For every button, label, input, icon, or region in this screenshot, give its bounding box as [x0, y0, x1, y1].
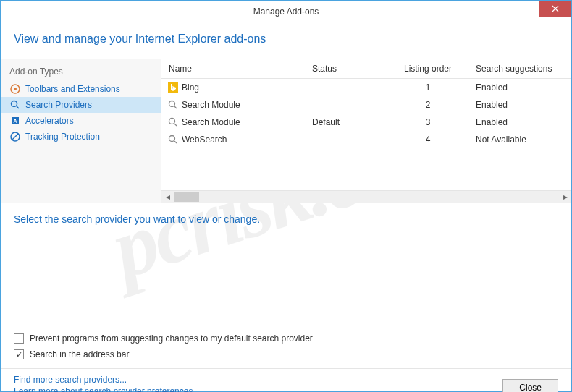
- table-row[interactable]: WebSearch4Not Available: [161, 131, 571, 148]
- svg-point-1: [14, 88, 17, 90]
- sidebar-item-label: Tracking Protection: [25, 132, 100, 142]
- svg-point-2: [12, 101, 17, 107]
- sidebar-item-label: Search Providers: [25, 100, 92, 110]
- svg-line-3: [17, 106, 19, 108]
- cell-status: [306, 86, 386, 89]
- titlebar: Manage Add-ons: [1, 1, 571, 22]
- table-row[interactable]: Search Module2Enabled: [161, 96, 571, 114]
- cell-name: WebSearch: [161, 132, 306, 147]
- details-pane: Select the search provider you want to v…: [1, 203, 571, 331]
- svg-line-9: [174, 106, 177, 108]
- sidebar-item-tracking-protection[interactable]: Tracking Protection: [1, 129, 161, 145]
- details-title: Select the search provider you want to v…: [14, 213, 558, 225]
- manage-addons-window: pcrisk.com Manage Add-ons View and manag…: [0, 0, 572, 392]
- search-generic-icon: [167, 99, 179, 111]
- col-header-suggest[interactable]: Search suggestions: [470, 62, 571, 75]
- window-close-button[interactable]: [539, 1, 571, 17]
- providers-table: Name Status Listing order Search suggest…: [161, 59, 571, 203]
- col-header-order[interactable]: Listing order: [386, 62, 470, 75]
- cell-suggest: Enabled: [470, 116, 571, 129]
- sidebar-item-label: Accelerators: [25, 116, 74, 126]
- main-area: Add-on Types Toolbars and ExtensionsSear…: [1, 59, 571, 203]
- col-header-status[interactable]: Status: [306, 62, 386, 75]
- search-addressbar-checkbox[interactable]: [14, 349, 24, 359]
- svg-line-11: [174, 124, 177, 126]
- accelerator-icon: [9, 115, 21, 127]
- table-body: Bing1EnabledSearch Module2EnabledSearch …: [161, 79, 571, 190]
- close-icon: [552, 5, 559, 12]
- footer: Find more search providers... Learn more…: [1, 368, 571, 392]
- svg-point-10: [169, 119, 175, 124]
- toolbar-icon: [9, 83, 21, 95]
- find-more-link[interactable]: Find more search providers...: [14, 375, 193, 385]
- prevent-changes-label: Prevent programs from suggesting changes…: [30, 333, 313, 344]
- prevent-changes-row: Prevent programs from suggesting changes…: [14, 331, 558, 346]
- cell-name: Search Module: [161, 115, 306, 129]
- cell-order: 2: [386, 98, 470, 111]
- scroll-thumb[interactable]: [174, 192, 199, 202]
- cell-name: Bing: [161, 80, 306, 95]
- cell-order: 3: [386, 116, 470, 129]
- table-header: Name Status Listing order Search suggest…: [161, 59, 571, 79]
- sidebar: Add-on Types Toolbars and ExtensionsSear…: [1, 59, 161, 203]
- cell-order: 1: [386, 81, 470, 94]
- prevent-changes-checkbox[interactable]: [14, 333, 24, 344]
- close-button[interactable]: Close: [502, 379, 558, 392]
- svg-point-12: [169, 136, 175, 142]
- window-title: Manage Add-ons: [253, 7, 319, 17]
- sidebar-heading: Add-on Types: [1, 65, 161, 81]
- scroll-left-icon[interactable]: ◂: [161, 191, 174, 203]
- col-header-name[interactable]: Name: [161, 62, 306, 75]
- options-area: Prevent programs from suggesting changes…: [1, 331, 571, 362]
- page-title: View and manage your Internet Explorer a…: [14, 33, 558, 46]
- search-addressbar-row: Search in the address bar: [14, 346, 558, 362]
- cell-status: [306, 138, 386, 141]
- cell-suggest: Not Available: [470, 133, 571, 146]
- svg-line-6: [12, 134, 18, 140]
- protection-icon: [9, 131, 21, 142]
- search-icon: [9, 99, 21, 111]
- cell-status: [306, 103, 386, 106]
- header: View and manage your Internet Explorer a…: [1, 22, 571, 59]
- sidebar-item-search-providers[interactable]: Search Providers: [1, 97, 161, 113]
- svg-line-13: [174, 141, 177, 143]
- cell-order: 4: [386, 133, 470, 146]
- sidebar-item-accelerators[interactable]: Accelerators: [1, 113, 161, 129]
- footer-links: Find more search providers... Learn more…: [14, 375, 193, 392]
- search-generic-icon: [167, 134, 179, 145]
- cell-suggest: Enabled: [470, 98, 571, 111]
- scroll-right-icon[interactable]: ▸: [559, 191, 571, 203]
- search-generic-icon: [167, 116, 179, 128]
- horizontal-scrollbar[interactable]: ◂ ▸: [161, 190, 571, 203]
- sidebar-item-toolbars-and-extensions[interactable]: Toolbars and Extensions: [1, 81, 161, 97]
- sidebar-item-label: Toolbars and Extensions: [25, 84, 120, 94]
- cell-name: Search Module: [161, 98, 306, 112]
- table-row[interactable]: Bing1Enabled: [161, 79, 571, 96]
- cell-status: Default: [306, 116, 386, 129]
- scroll-track[interactable]: [174, 191, 559, 203]
- table-row[interactable]: Search ModuleDefault3Enabled: [161, 114, 571, 131]
- svg-point-8: [169, 101, 175, 107]
- bing-icon: [167, 82, 179, 93]
- cell-suggest: Enabled: [470, 81, 571, 94]
- search-addressbar-label: Search in the address bar: [30, 349, 129, 359]
- learn-more-link[interactable]: Learn more about search provider prefere…: [14, 386, 193, 392]
